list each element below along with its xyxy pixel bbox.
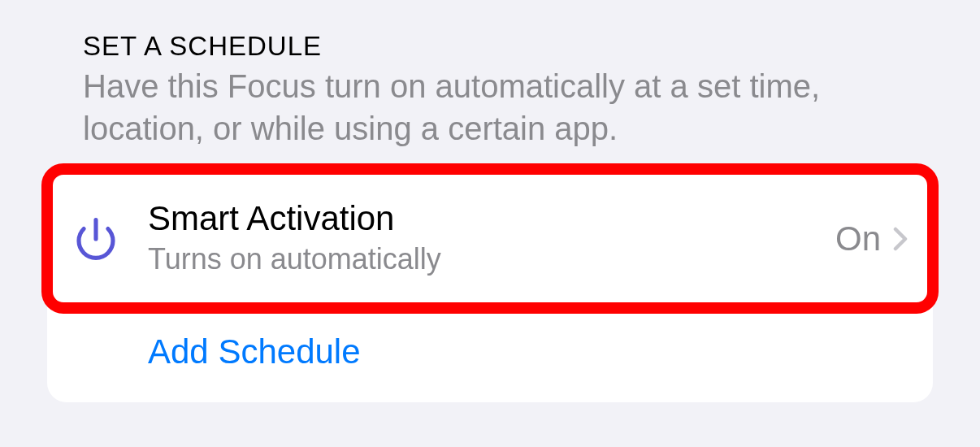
- smart-activation-title: Smart Activation: [148, 198, 835, 239]
- section-header: SET A SCHEDULE Have this Focus turn on a…: [47, 31, 933, 159]
- add-schedule-row[interactable]: Add Schedule: [47, 309, 933, 401]
- settings-container: SET A SCHEDULE Have this Focus turn on a…: [0, 0, 980, 402]
- section-title: SET A SCHEDULE: [83, 31, 897, 62]
- smart-activation-subtitle: Turns on automatically: [148, 241, 835, 279]
- chevron-right-icon: [891, 224, 910, 254]
- row-content: Smart Activation Turns on automatically: [148, 198, 835, 279]
- smart-activation-value: On: [835, 219, 881, 258]
- add-schedule-link: Add Schedule: [148, 332, 361, 372]
- power-icon: [70, 213, 122, 265]
- section-description: Have this Focus turn on automatically at…: [83, 65, 897, 150]
- settings-list: Smart Activation Turns on automatically …: [47, 169, 933, 402]
- smart-activation-row[interactable]: Smart Activation Turns on automatically …: [47, 169, 933, 308]
